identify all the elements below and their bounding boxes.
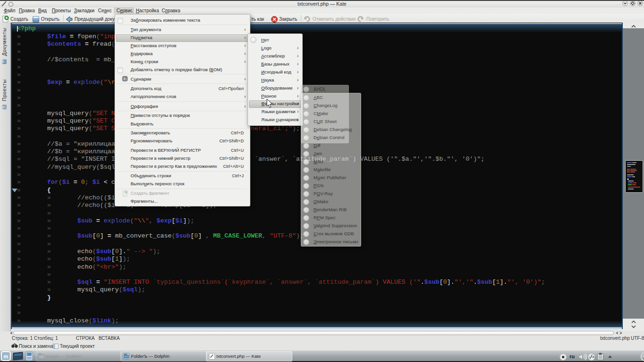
- svg-text:m: m: [4, 354, 8, 359]
